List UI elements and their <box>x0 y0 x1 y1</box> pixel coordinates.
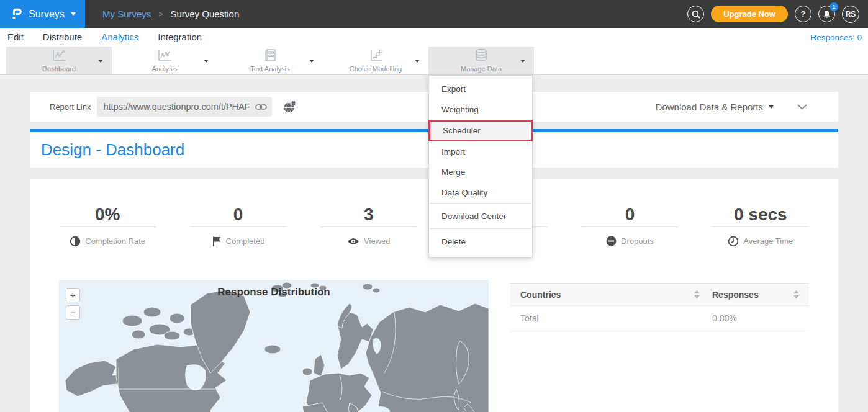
report-link-field <box>97 97 272 117</box>
world-map[interactable] <box>59 280 489 412</box>
bell-icon <box>823 10 831 19</box>
chevron-down-icon <box>71 12 76 16</box>
countries-table: Countries Responses Total 0.00% <box>510 283 809 412</box>
zoom-out-button[interactable]: − <box>66 305 80 320</box>
report-link-label: Report Link <box>50 102 91 112</box>
eye-icon <box>347 237 359 246</box>
analytics-toolbar: Dashboard Analysis Text Analysis <box>0 47 868 75</box>
line-chart-icon <box>51 48 67 65</box>
scheduler-highlight-box: Scheduler <box>428 120 533 141</box>
toolbar-text-analysis[interactable]: Text Analysis <box>217 47 323 74</box>
scatter-chart-icon <box>156 48 173 65</box>
flag-icon <box>212 236 222 247</box>
menu-item-export[interactable]: Export <box>429 79 532 99</box>
dashboard-content-row: Response Distribution + − Countries Resp… <box>30 280 838 412</box>
toolbar-dashboard[interactable]: Dashboard <box>6 47 112 74</box>
nav-edit[interactable]: Edit <box>7 32 24 43</box>
avatar[interactable]: RS <box>842 6 859 23</box>
database-icon <box>474 48 489 65</box>
toolbar-choice-modelling[interactable]: Choice Modelling <box>323 47 428 74</box>
nav-integration[interactable]: Integration <box>158 32 202 43</box>
notification-badge: 1 <box>830 2 838 11</box>
toolbar-analysis[interactable]: Analysis <box>112 47 217 74</box>
stat-dropouts: 0 Dropouts <box>564 205 695 247</box>
survey-nav: Edit Distribute Analytics Integration Re… <box>0 28 868 47</box>
breadcrumb: My Surveys > Survey Question <box>102 9 239 19</box>
model-chart-icon <box>368 48 384 65</box>
product-label: Surveys <box>29 9 65 20</box>
sort-icon[interactable] <box>793 290 799 298</box>
help-button[interactable]: ? <box>795 6 811 22</box>
product-switcher[interactable]: Surveys <box>0 0 85 28</box>
nav-distribute[interactable]: Distribute <box>43 32 82 43</box>
menu-item-scheduler[interactable]: Scheduler <box>430 122 531 140</box>
sort-icon[interactable] <box>694 290 700 298</box>
response-distribution-map[interactable]: Response Distribution + − <box>59 280 489 412</box>
chevron-down-icon[interactable] <box>309 60 314 63</box>
public-report-globe-icon[interactable] <box>283 101 296 114</box>
chevron-down-icon[interactable] <box>204 60 209 63</box>
map-zoom-controls: + − <box>66 288 80 320</box>
menu-item-delete[interactable]: Delete <box>429 229 532 254</box>
chevron-down-icon[interactable] <box>415 60 420 63</box>
breadcrumb-my-surveys[interactable]: My Surveys <box>102 9 151 19</box>
menu-item-download-center[interactable]: Download Center <box>429 204 532 228</box>
search-icon <box>692 10 700 19</box>
link-icon[interactable] <box>255 104 267 110</box>
chevron-down-icon[interactable] <box>520 60 525 63</box>
manage-data-menu: Export Weighting Scheduler Import Merge … <box>428 75 533 258</box>
report-link-input[interactable] <box>103 102 255 112</box>
document-icon <box>263 48 278 65</box>
topbar: Surveys My Surveys > Survey Question Upg… <box>0 0 868 28</box>
topbar-actions: Upgrade Now ? 1 RS <box>687 6 868 23</box>
chevron-down-icon[interactable] <box>98 60 103 63</box>
search-button[interactable] <box>687 6 704 22</box>
chevron-down-icon <box>769 105 774 109</box>
stat-viewed: 3 Viewed <box>304 205 434 247</box>
nav-analytics[interactable]: Analytics <box>101 32 138 43</box>
responses-count: Responses: 0 <box>810 33 862 42</box>
questionpro-logo-icon <box>9 6 23 22</box>
completion-rate-icon <box>70 236 81 247</box>
table-header: Countries Responses <box>510 283 809 306</box>
stat-average-time: 0 secs Average Time <box>695 205 826 247</box>
menu-item-merge[interactable]: Merge <box>429 162 532 182</box>
table-row-total: Total 0.00% <box>510 306 809 331</box>
upgrade-now-button[interactable]: Upgrade Now <box>711 6 788 22</box>
toolbar-manage-data[interactable]: Manage Data <box>428 47 534 74</box>
menu-item-import[interactable]: Import <box>429 141 532 162</box>
menu-item-weighting[interactable]: Weighting <box>429 99 532 120</box>
download-data-reports-dropdown[interactable]: Download Data & Reports <box>656 102 774 112</box>
column-header-responses[interactable]: Responses <box>712 290 799 300</box>
collapse-chevron-icon[interactable] <box>797 104 807 110</box>
menu-item-data-quality[interactable]: Data Quality <box>429 182 532 203</box>
map-title: Response Distribution <box>59 280 489 298</box>
stat-completed: 0 Completed <box>173 205 303 247</box>
column-header-countries[interactable]: Countries <box>520 290 712 300</box>
breadcrumb-separator: > <box>158 10 163 19</box>
clock-icon <box>728 236 739 247</box>
notifications: 1 <box>818 6 835 22</box>
minus-circle-icon <box>606 236 617 246</box>
zoom-in-button[interactable]: + <box>66 288 80 302</box>
page-title: Design - Dashboard <box>41 140 184 159</box>
stat-completion-rate: 0% Completion Rate <box>42 205 173 247</box>
breadcrumb-current: Survey Question <box>170 9 239 19</box>
